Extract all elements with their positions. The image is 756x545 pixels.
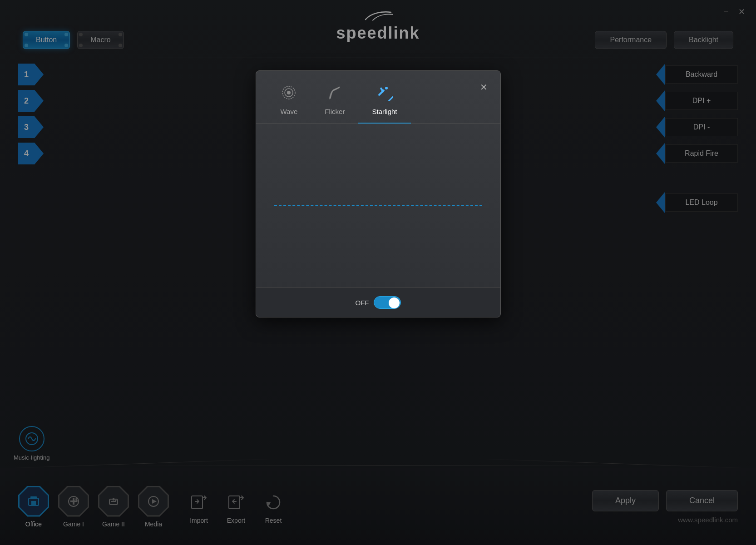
app-window: − ✕ speedlink Button Macro Performance [0, 0, 756, 545]
toggle-container: OFF [356, 296, 401, 309]
toggle-thumb [389, 297, 400, 308]
svg-rect-21 [386, 95, 393, 101]
modal-close-button[interactable]: ✕ [478, 80, 489, 94]
modal-dotted-line [274, 205, 482, 206]
wave-icon [281, 84, 297, 104]
modal-header: Wave Flicker [256, 71, 500, 124]
modal-tab-flicker[interactable]: Flicker [311, 80, 358, 124]
flicker-icon [326, 84, 343, 104]
modal-tab-starlight[interactable]: Starlight [358, 80, 410, 124]
toggle-switch[interactable] [374, 296, 401, 309]
modal-tab-wave[interactable]: Wave [267, 80, 311, 124]
modal-body [256, 124, 500, 287]
svg-point-23 [385, 87, 388, 89]
modal-dialog: Wave Flicker [256, 70, 501, 317]
starlight-tab-label: Starlight [372, 108, 397, 115]
toggle-off-label: OFF [356, 299, 369, 307]
modal-footer: OFF [256, 287, 500, 317]
svg-point-20 [287, 91, 291, 94]
wave-tab-label: Wave [281, 108, 298, 115]
starlight-icon [376, 84, 393, 104]
flicker-tab-label: Flicker [325, 108, 345, 115]
modal-overlay: Wave Flicker [0, 0, 756, 545]
modal-content-area [265, 133, 491, 278]
toggle-track [374, 296, 401, 309]
